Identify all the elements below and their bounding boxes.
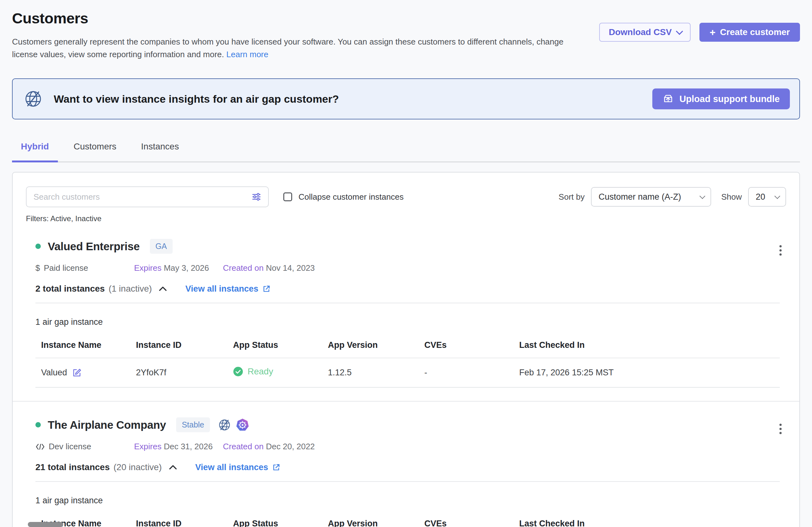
created-group: Created on Dec 20, 2022	[223, 442, 315, 451]
chevron-up-icon[interactable]	[158, 285, 168, 292]
download-csv-label: Download CSV	[609, 27, 672, 37]
instances-summary-row: 21 total instances (20 inactive) View al…	[35, 462, 780, 472]
dev-license-icon	[35, 443, 45, 451]
collapse-instances-checkbox[interactable]	[283, 192, 292, 201]
kubernetes-helm-icon	[236, 418, 249, 432]
section-divider	[35, 303, 780, 303]
channel-badge: GA	[150, 239, 173, 254]
chevron-down-icon	[676, 28, 683, 35]
search-box	[26, 186, 269, 207]
kebab-menu[interactable]	[777, 243, 784, 258]
page-header: Customers Customers generally represent …	[12, 10, 800, 61]
instance-id-cell: 2YfoK7f	[130, 358, 227, 387]
column-header-instance-id: Instance ID	[130, 331, 227, 358]
customer-header: Valued Enterprise GA	[35, 239, 780, 254]
kebab-menu[interactable]	[777, 421, 784, 437]
download-csv-button[interactable]: Download CSV	[599, 23, 691, 42]
table-header-row: Instance Name Instance ID App Status App…	[35, 331, 780, 358]
create-customer-label: Create customer	[720, 27, 790, 37]
instances-table: Instance Name Instance ID App Status App…	[35, 331, 780, 388]
active-status-dot	[35, 244, 41, 249]
customer-name[interactable]: Valued Enterprise	[48, 240, 140, 253]
license-label: Dev license	[49, 442, 91, 451]
plus-icon: +	[710, 27, 715, 37]
chevron-up-icon[interactable]	[168, 464, 178, 471]
search-input[interactable]	[33, 192, 252, 202]
instance-name: Valued	[41, 368, 67, 378]
expires-label: Expires	[134, 263, 162, 273]
column-header-app-version: App Version	[322, 331, 419, 358]
instance-name-cell: Valued	[41, 368, 82, 378]
tab-instances[interactable]: Instances	[132, 141, 188, 162]
upload-bundle-icon	[663, 93, 674, 105]
section-divider	[35, 481, 780, 482]
inactive-count: (20 inactive)	[114, 462, 162, 472]
page-description: Customers generally represent the compan…	[12, 36, 578, 61]
column-header-last-checked-in: Last Checked In	[513, 331, 780, 358]
external-link-icon	[272, 463, 280, 472]
external-link-icon	[262, 285, 271, 293]
inactive-count: (1 inactive)	[108, 284, 152, 294]
created-label: Created on	[223, 263, 264, 273]
globe-slash-icon	[24, 90, 42, 108]
cves-cell: -	[419, 358, 513, 387]
column-header-cves: CVEs	[419, 331, 513, 358]
table-row: Valued 2YfoK7f	[35, 358, 780, 387]
learn-more-link[interactable]: Learn more	[227, 50, 269, 59]
expires-group: Expires Dec 31, 2026	[134, 442, 223, 451]
ready-check-icon	[233, 366, 243, 377]
expires-label: Expires	[134, 442, 162, 451]
view-all-instances-link[interactable]: View all instances	[185, 284, 271, 294]
column-header-app-version: App Version	[322, 510, 419, 527]
customer-section-airplane-company: The Airplane Company Stable	[26, 417, 786, 527]
column-header-app-status: App Status	[227, 331, 322, 358]
column-header-app-status: App Status	[227, 510, 322, 527]
app-version-cell: 1.12.5	[322, 358, 419, 387]
view-all-instances-link[interactable]: View all instances	[195, 463, 281, 472]
instances-count: 21 total instances	[35, 462, 110, 472]
customer-name[interactable]: The Airplane Company	[48, 419, 166, 431]
filters-summary: Filters: Active, Inactive	[26, 214, 786, 223]
paid-license-icon: $	[35, 263, 40, 273]
channel-badge: Stable	[176, 417, 210, 432]
view-all-label: View all instances	[185, 284, 258, 294]
license-type: $ Paid license	[35, 263, 134, 273]
tab-hybrid[interactable]: Hybrid	[12, 141, 58, 162]
page-header-text: Customers Customers generally represent …	[12, 10, 578, 61]
app-status-text: Ready	[248, 366, 273, 377]
page-title: Customers	[12, 10, 578, 27]
sort-by-label: Sort by	[559, 192, 585, 202]
column-header-cves: CVEs	[419, 510, 513, 527]
last-checked-in-cell: Feb 17, 2026 15:25 MST	[513, 358, 780, 387]
customer-meta: Dev license Expires Dec 31, 2026 Created…	[35, 442, 780, 451]
customer-section-valued-enterprise: Valued Enterprise GA $ Paid license Expi…	[26, 239, 786, 388]
upload-bundle-label: Upload support bundle	[680, 94, 780, 104]
upload-support-bundle-button[interactable]: Upload support bundle	[652, 89, 790, 109]
filter-sliders-icon[interactable]	[252, 192, 261, 201]
column-header-instance-name: Instance Name	[35, 331, 130, 358]
show-select-value: 20	[756, 192, 765, 202]
edit-icon[interactable]	[72, 368, 82, 378]
horizontal-scrollbar-thumb[interactable]	[28, 522, 63, 527]
view-all-label: View all instances	[195, 463, 269, 472]
instances-summary-row: 2 total instances (1 inactive) View all …	[35, 284, 780, 294]
chevron-down-icon	[774, 193, 780, 199]
customer-header: The Airplane Company Stable	[35, 417, 780, 432]
create-customer-button[interactable]: + Create customer	[699, 23, 800, 42]
banner-heading: Want to view instance insights for an ai…	[54, 93, 339, 105]
show-label: Show	[721, 192, 742, 202]
show-select[interactable]: 20	[748, 187, 786, 207]
customer-meta: $ Paid license Expires May 3, 2026 Creat…	[35, 263, 780, 273]
license-type: Dev license	[35, 442, 134, 451]
collapse-instances-group: Collapse customer instances	[283, 192, 404, 202]
created-value: Dec 20, 2022	[266, 442, 315, 451]
sort-select[interactable]: Customer name (A-Z)	[591, 187, 711, 207]
customers-card: Collapse customer instances Sort by Cust…	[12, 172, 800, 527]
tab-customers[interactable]: Customers	[65, 141, 125, 162]
airgap-banner: Want to view instance insights for an ai…	[12, 78, 800, 119]
install-type-icons	[218, 418, 249, 432]
column-header-last-checked-in: Last Checked In	[513, 510, 780, 527]
customers-divider	[13, 401, 799, 402]
globe-slash-icon	[218, 419, 231, 431]
app-status-cell: Ready	[233, 366, 273, 377]
